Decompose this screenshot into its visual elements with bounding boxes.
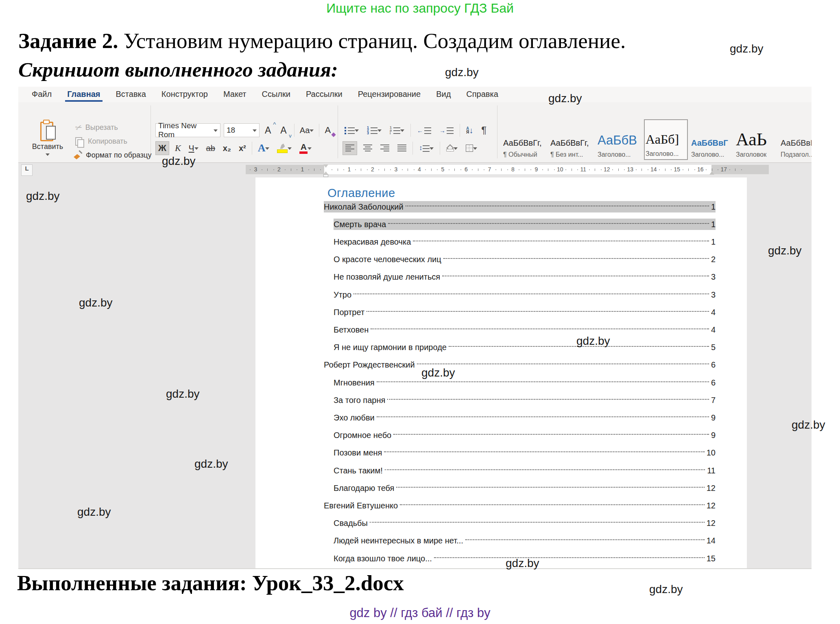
decrease-indent-icon: ← — [417, 127, 431, 134]
toc-dot-leader — [377, 381, 709, 382]
bold-button[interactable]: Ж — [155, 141, 169, 155]
task-heading-text: Установим нумерацию страниц. Создадим ог… — [118, 29, 626, 53]
ruler-dot — [601, 169, 602, 170]
line-spacing-button[interactable]: ↕ — [417, 141, 436, 155]
ruler-number: 5 — [440, 166, 446, 173]
tab-рассылки[interactable]: Рассылки — [298, 87, 350, 102]
borders-button[interactable] — [464, 141, 479, 155]
style-card[interactable]: АаБб]Заголово... — [644, 119, 688, 160]
task-heading-number: Задание 2. — [18, 29, 118, 53]
text-effects-button[interactable]: A — [256, 141, 272, 155]
toc-entry[interactable]: Огромное небо9 — [334, 430, 716, 441]
font-color-button[interactable]: А — [297, 141, 314, 155]
grow-font-button[interactable]: А — [263, 123, 275, 137]
toc-entry[interactable]: Людей неинтересных в мире нет...14 — [334, 535, 716, 547]
copy-button[interactable]: Копировать — [75, 137, 127, 146]
align-right-button[interactable] — [378, 141, 391, 155]
toc-entry[interactable]: Бетховен4 — [334, 324, 716, 335]
tab-вид[interactable]: Вид — [428, 87, 458, 102]
font-size-combo[interactable]: 18 — [224, 123, 260, 137]
tab-вставка[interactable]: Вставка — [108, 87, 154, 102]
style-card[interactable]: АаБбВЗаголово... — [597, 119, 641, 160]
increase-indent-button[interactable]: → — [437, 123, 456, 137]
style-name: Заголово... — [646, 150, 679, 158]
multilevel-list-button[interactable]: 1 a i — [388, 123, 406, 137]
clear-formatting-button[interactable]: А — [323, 123, 334, 137]
style-card[interactable]: АаБбВвГг,¶ Обычный — [502, 119, 546, 160]
ruler-number: 8 — [510, 166, 516, 173]
toc-entry[interactable]: Я не ищу гармонии в природе5 — [334, 342, 716, 353]
toc-entry[interactable]: За того парня7 — [334, 394, 716, 406]
toc-entry-text: За того парня — [334, 396, 385, 405]
style-card[interactable]: АаБбВвГЗаголово... — [690, 119, 734, 160]
toc-entry[interactable]: Свадьбы12 — [334, 518, 716, 529]
change-case-button[interactable]: Аа — [298, 123, 316, 137]
style-card[interactable]: АаЬЗаголовок — [735, 119, 779, 160]
shading-button[interactable] — [444, 141, 460, 155]
toc-page-number: 12 — [707, 519, 716, 528]
toc-entry[interactable]: Мгновения6 — [334, 377, 716, 388]
strikethrough-button[interactable]: ab — [204, 141, 217, 155]
italic-button[interactable]: К — [173, 141, 183, 155]
toc-entry[interactable]: Благодарю тебя12 — [334, 482, 716, 494]
toc-entry-text: Не позволяй душе лениться — [334, 272, 440, 282]
paste-label: Вставить — [32, 142, 63, 151]
numbered-list-button[interactable]: 1 2 3 — [365, 123, 384, 137]
first-line-indent-marker[interactable] — [323, 164, 328, 168]
ruler-tick — [735, 169, 735, 171]
text-highlight-button[interactable] — [275, 141, 294, 155]
bullet-list-button[interactable] — [343, 123, 361, 137]
horizontal-ruler[interactable]: 3211234567891011121314151617 — [246, 165, 769, 174]
justify-button[interactable] — [395, 141, 408, 155]
style-card[interactable]: АаБбВвГг,¶ Без инт... — [550, 119, 593, 160]
left-indent-marker[interactable] — [323, 174, 328, 177]
underline-button[interactable]: Ч — [187, 141, 201, 155]
toc-dot-leader — [400, 504, 705, 505]
decrease-indent-button[interactable]: ← — [415, 123, 433, 137]
cut-button[interactable]: ✂ Вырезать — [75, 123, 118, 132]
toc-entry[interactable]: Позови меня10 — [334, 447, 716, 459]
tab-ссылки[interactable]: Ссылки — [254, 87, 298, 102]
format-painter-button[interactable]: Формат по образцу — [74, 151, 151, 160]
tab-макет[interactable]: Макет — [216, 87, 254, 102]
toc-entry[interactable]: Роберт Рождественский6 — [324, 359, 716, 371]
align-center-button[interactable] — [361, 141, 374, 155]
toc-entry-text: Утро — [334, 290, 351, 300]
tab-конструктор[interactable]: Конструктор — [154, 87, 216, 102]
superscript-button[interactable]: x² — [237, 141, 248, 155]
align-left-button[interactable] — [343, 141, 357, 155]
gdz-watermark: gdz.by — [77, 506, 111, 519]
toc-entry[interactable]: Стань таким!11 — [334, 465, 716, 476]
ruler-dot — [355, 169, 356, 170]
subscript-button[interactable]: x₂ — [221, 141, 233, 155]
toc-entry[interactable]: Утро3 — [334, 289, 716, 300]
toc-entry[interactable]: Смерть врача1 — [334, 219, 716, 230]
right-indent-marker[interactable] — [709, 171, 714, 175]
ruler-dot — [648, 169, 648, 170]
tab-рецензирование[interactable]: Рецензирование — [350, 87, 428, 102]
toc-entry[interactable]: Николай Заболоцкий1 — [324, 201, 716, 212]
tab-главная[interactable]: Главная — [59, 87, 108, 102]
chevron-down-icon — [473, 147, 477, 152]
toc-page-number: 1 — [711, 220, 716, 229]
paste-button[interactable]: Вставить — [26, 119, 70, 167]
toc-entry[interactable]: Не позволяй душе лениться3 — [334, 271, 716, 283]
toc-entry[interactable]: О красоте человеческих лиц2 — [334, 254, 716, 265]
toc-entry-text: Свадьбы — [334, 519, 368, 528]
increase-indent-icon: → — [439, 127, 454, 134]
toc-entry[interactable]: Эхо любви9 — [334, 412, 716, 423]
tab-файл[interactable]: Файл — [24, 87, 59, 102]
tab-справка[interactable]: Справка — [458, 87, 506, 102]
toc-entry[interactable]: Некрасивая девочка1 — [334, 236, 716, 247]
ruler-dot — [472, 169, 473, 170]
sort-button[interactable]: А Я↓ — [464, 123, 475, 137]
tab-stop-selector[interactable]: L — [21, 164, 33, 176]
toc-entry[interactable]: Портрет4 — [334, 307, 716, 318]
toc-entry[interactable]: Евгений Евтушенко12 — [324, 500, 716, 511]
shrink-font-button[interactable]: А — [278, 123, 290, 137]
font-name-combo[interactable]: Times New Rom — [155, 123, 220, 137]
show-marks-button[interactable]: ¶ — [479, 123, 489, 137]
ruler-number: 2 — [276, 166, 282, 173]
gdz-watermark: gdz.by — [730, 42, 764, 55]
style-card[interactable]: АаБбВвГПодзагол.. — [780, 119, 812, 160]
